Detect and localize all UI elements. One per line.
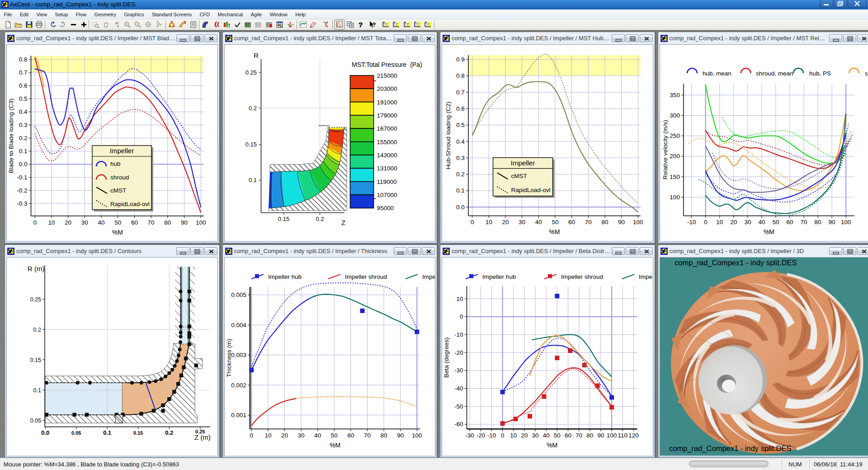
svg-text:cMST: cMST [511, 173, 527, 179]
svg-text:70: 70 [148, 219, 155, 226]
svg-text:0.0: 0.0 [19, 161, 28, 168]
svg-text:0.25: 0.25 [245, 69, 256, 76]
svg-text:Impeller shroud: Impeller shroud [561, 273, 603, 280]
svg-text:0.1: 0.1 [19, 148, 28, 155]
svg-text:20: 20 [730, 219, 737, 226]
svg-text:-20: -20 [454, 349, 463, 356]
svg-text:50: 50 [114, 219, 121, 226]
svg-text:20: 20 [502, 219, 509, 226]
svg-text:0.2: 0.2 [165, 429, 173, 436]
svg-text:40: 40 [314, 432, 321, 439]
svg-text:80: 80 [814, 219, 821, 226]
svg-text:Hub-Shroud loading (C2): Hub-Shroud loading (C2) [445, 102, 452, 169]
svg-text:60: 60 [786, 219, 793, 226]
svg-text:60: 60 [347, 432, 354, 439]
svg-text:0.15: 0.15 [278, 216, 289, 222]
svg-text:0.005: 0.005 [231, 291, 246, 298]
svg-text:30: 30 [297, 432, 304, 439]
svg-text:0.15: 0.15 [245, 141, 256, 148]
svg-text:0: 0 [471, 219, 474, 226]
svg-text:%M: %M [330, 442, 340, 449]
svg-text:0.15: 0.15 [133, 430, 143, 436]
svg-text:Impeller: Impeller [110, 147, 134, 155]
svg-text:Relative velocity (m/s): Relative velocity (m/s) [662, 120, 669, 179]
svg-text:0.001: 0.001 [231, 412, 246, 418]
svg-text:90: 90 [828, 219, 835, 226]
svg-text:107000: 107000 [377, 192, 397, 198]
svg-text:Impe: Impe [422, 273, 436, 280]
svg-text:30: 30 [744, 219, 751, 226]
svg-text:90: 90 [181, 219, 188, 226]
svg-text:MST:Total Pressure (Pa): MST:Total Pressure (Pa) [352, 61, 422, 68]
svg-text:0.2: 0.2 [33, 327, 41, 333]
svg-text:-0.2: -0.2 [17, 187, 27, 194]
svg-text:119000: 119000 [377, 179, 396, 185]
svg-text:-0.1: -0.1 [17, 174, 27, 181]
svg-text:90: 90 [397, 432, 404, 439]
svg-text:0.05: 0.05 [30, 418, 41, 424]
svg-text:0.25: 0.25 [30, 296, 41, 303]
svg-text:0.1: 0.1 [103, 429, 111, 436]
svg-text:0: 0 [460, 313, 463, 320]
svg-text:0.004: 0.004 [231, 322, 246, 329]
svg-text:shroud, mean: shroud, mean [756, 70, 793, 77]
svg-text:70: 70 [576, 432, 582, 439]
svg-text:%M: %M [547, 442, 557, 449]
svg-text:300: 300 [670, 112, 680, 119]
svg-text:70: 70 [363, 432, 370, 439]
svg-text:0.3: 0.3 [19, 122, 28, 128]
svg-text:Impe: Impe [639, 273, 652, 280]
svg-text:155000: 155000 [377, 139, 397, 146]
svg-text:0.003: 0.003 [231, 352, 246, 358]
svg-text:0.0: 0.0 [41, 429, 49, 436]
svg-text:shroud: shroud [110, 174, 129, 181]
svg-text:80: 80 [601, 219, 608, 226]
svg-text:0.6: 0.6 [456, 105, 465, 112]
svg-text:40: 40 [543, 432, 550, 439]
svg-text:30: 30 [532, 432, 539, 439]
svg-text:20: 20 [65, 219, 71, 226]
svg-text:-60: -60 [454, 421, 463, 428]
svg-text:60: 60 [131, 219, 138, 226]
svg-text:0.4: 0.4 [19, 108, 28, 115]
svg-text:350: 350 [670, 92, 680, 99]
svg-text:80: 80 [586, 432, 593, 439]
svg-text:0.1: 0.1 [456, 187, 465, 194]
svg-text:200: 200 [670, 153, 680, 160]
svg-text:hub, PS: hub, PS [809, 70, 831, 77]
svg-text:143000: 143000 [377, 152, 397, 159]
svg-text:0.0: 0.0 [456, 204, 465, 211]
svg-text:10: 10 [264, 432, 271, 439]
svg-text:-10: -10 [487, 432, 496, 439]
svg-text:250: 250 [670, 132, 680, 139]
svg-text:%M: %M [112, 229, 123, 236]
svg-text:90: 90 [597, 432, 604, 439]
svg-text:0.5: 0.5 [19, 95, 28, 102]
svg-text:203000: 203000 [377, 85, 397, 92]
svg-text:110: 110 [618, 432, 627, 439]
svg-text:hub, mean: hub, mean [703, 70, 731, 77]
svg-text:40: 40 [98, 219, 104, 226]
svg-text:100: 100 [840, 219, 851, 226]
svg-text:-10: -10 [687, 219, 696, 226]
svg-text:-30: -30 [465, 432, 474, 439]
svg-text:0.8: 0.8 [19, 56, 28, 63]
svg-text:Impeller shroud: Impeller shroud [345, 273, 387, 280]
svg-text:20: 20 [521, 432, 528, 439]
svg-text:R (m): R (m) [28, 265, 45, 273]
svg-text:0: 0 [501, 432, 505, 439]
svg-text:0.15: 0.15 [30, 357, 41, 363]
svg-text:0.1: 0.1 [248, 177, 256, 183]
svg-text:0.2: 0.2 [456, 171, 465, 178]
svg-text:50: 50 [772, 219, 779, 226]
svg-text:20: 20 [281, 432, 288, 439]
svg-text:131000: 131000 [377, 165, 397, 172]
svg-text:50: 50 [554, 432, 561, 439]
svg-text:30: 30 [519, 219, 525, 226]
svg-text:Z (m): Z (m) [194, 433, 211, 441]
svg-text:60: 60 [568, 219, 575, 226]
svg-text:100: 100 [196, 219, 206, 226]
svg-text:0.2: 0.2 [248, 105, 256, 112]
svg-text:0: 0 [703, 219, 707, 226]
svg-text:60: 60 [565, 432, 571, 439]
